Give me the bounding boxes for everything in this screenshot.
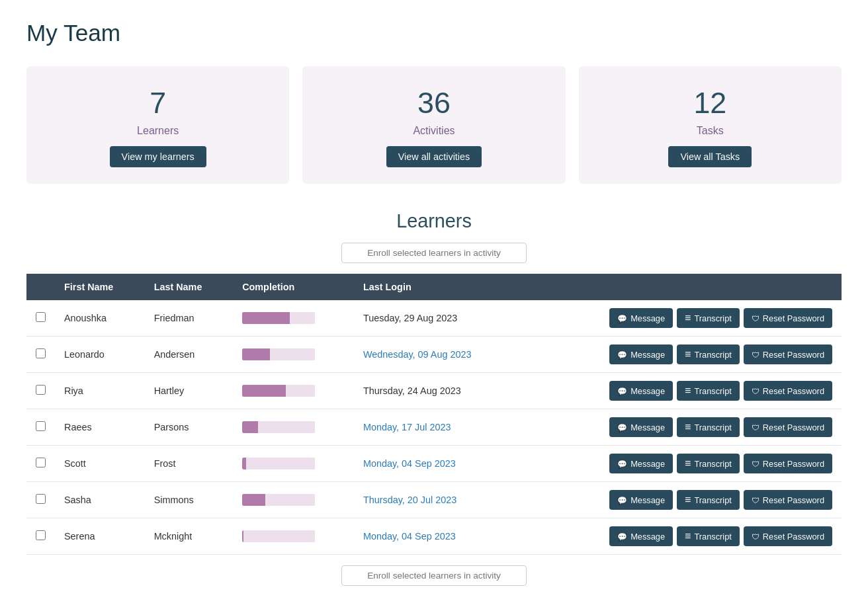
completion-bar-3 (242, 421, 315, 433)
learners-table: First Name Last Name Completion Last Log… (26, 274, 842, 555)
stat-btn-learners[interactable]: View my learners (110, 146, 206, 167)
reset-password-btn-3[interactable]: Reset Password (744, 417, 832, 437)
cell-lastlogin-6: Monday, 04 Sep 2023 (354, 518, 522, 555)
action-btns-4: Message Transcript Reset Password (531, 454, 832, 473)
checkbox-5[interactable] (36, 494, 46, 504)
stat-card-activities: 36 Activities View all activities (302, 66, 565, 184)
col-lastname: Last Name (145, 274, 234, 300)
cell-lastname-6: Mcknight (145, 518, 234, 555)
message-btn-4[interactable]: Message (609, 454, 673, 473)
completion-bar-0 (242, 312, 315, 324)
reset-icon-6 (752, 532, 760, 542)
transcript-btn-5[interactable]: Transcript (677, 490, 740, 510)
cell-firstname-4: Scott (55, 446, 145, 482)
table-row: Anoushka Friedman Tuesday, 29 Aug 2023 M… (26, 300, 842, 337)
cell-completion-4 (233, 446, 354, 482)
last-login-text-2: Thursday, 24 Aug 2023 (363, 385, 461, 396)
table-row: Serena Mcknight Monday, 04 Sep 2023 Mess… (26, 518, 842, 555)
stats-row: 7 Learners View my learners 36 Activitie… (26, 66, 842, 184)
stat-btn-activities[interactable]: View all activities (386, 146, 482, 167)
last-login-text-6: Monday, 04 Sep 2023 (363, 531, 456, 542)
table-row: Riya Hartley Thursday, 24 Aug 2023 Messa… (26, 373, 842, 409)
message-btn-3[interactable]: Message (609, 417, 673, 437)
cell-lastname-5: Simmons (145, 482, 234, 518)
message-btn-2[interactable]: Message (609, 381, 673, 401)
transcript-icon-3 (685, 421, 691, 433)
row-checkbox-6 (26, 518, 55, 555)
checkbox-4[interactable] (36, 458, 46, 467)
col-actions (522, 274, 842, 300)
enroll-input-bottom[interactable] (341, 565, 527, 586)
message-btn-1[interactable]: Message (609, 344, 673, 364)
learners-title: Learners (26, 210, 842, 232)
checkbox-3[interactable] (36, 421, 46, 431)
message-icon-0 (617, 313, 627, 323)
cell-completion-1 (233, 337, 354, 373)
message-btn-0[interactable]: Message (609, 308, 673, 328)
table-row: Raees Parsons Monday, 17 Jul 2023 Messag… (26, 409, 842, 446)
table-row: Leonardo Andersen Wednesday, 09 Aug 2023… (26, 337, 842, 373)
enroll-input[interactable] (341, 243, 527, 263)
transcript-btn-3[interactable]: Transcript (677, 417, 740, 437)
col-completion: Completion (233, 274, 354, 300)
stat-btn-tasks[interactable]: View all Tasks (668, 146, 752, 167)
reset-password-btn-0[interactable]: Reset Password (744, 308, 832, 328)
reset-icon-2 (752, 386, 760, 396)
cell-lastlogin-2: Thursday, 24 Aug 2023 (354, 373, 522, 409)
message-icon-3 (617, 423, 627, 432)
transcript-btn-4[interactable]: Transcript (677, 454, 740, 473)
stat-label-activities: Activities (413, 125, 455, 137)
table-row: Sasha Simmons Thursday, 20 Jul 2023 Mess… (26, 482, 842, 518)
row-checkbox-2 (26, 373, 55, 409)
cell-completion-5 (233, 482, 354, 518)
cell-completion-3 (233, 409, 354, 446)
checkbox-6[interactable] (36, 530, 46, 540)
action-btns-1: Message Transcript Reset Password (531, 344, 832, 364)
action-btns-3: Message Transcript Reset Password (531, 417, 832, 437)
transcript-icon-4 (685, 458, 691, 469)
reset-icon-4 (752, 459, 760, 469)
completion-fill-3 (242, 421, 258, 433)
last-login-text-4: Monday, 04 Sep 2023 (363, 458, 456, 469)
checkbox-2[interactable] (36, 385, 46, 395)
reset-password-btn-4[interactable]: Reset Password (744, 454, 832, 473)
stat-number-tasks: 12 (693, 86, 726, 120)
checkbox-1[interactable] (36, 348, 46, 358)
reset-password-btn-5[interactable]: Reset Password (744, 490, 832, 510)
learners-tbody: Anoushka Friedman Tuesday, 29 Aug 2023 M… (26, 300, 842, 555)
stat-number-activities: 36 (417, 86, 451, 120)
completion-bar-2 (242, 385, 315, 397)
enroll-bar (26, 243, 842, 263)
message-icon-2 (617, 386, 627, 396)
cell-actions-4: Message Transcript Reset Password (522, 446, 842, 482)
transcript-icon-2 (685, 385, 691, 397)
checkbox-0[interactable] (36, 312, 46, 322)
cell-lastname-4: Frost (145, 446, 234, 482)
message-btn-6[interactable]: Message (609, 526, 673, 546)
reset-password-btn-6[interactable]: Reset Password (744, 526, 832, 546)
transcript-btn-2[interactable]: Transcript (677, 381, 740, 401)
reset-password-btn-1[interactable]: Reset Password (744, 344, 832, 364)
completion-bar-4 (242, 458, 315, 469)
cell-actions-5: Message Transcript Reset Password (522, 482, 842, 518)
action-btns-2: Message Transcript Reset Password (531, 381, 832, 401)
transcript-btn-1[interactable]: Transcript (677, 344, 740, 364)
row-checkbox-3 (26, 409, 55, 446)
cell-actions-6: Message Transcript Reset Password (522, 518, 842, 555)
message-btn-5[interactable]: Message (609, 490, 673, 510)
action-btns-6: Message Transcript Reset Password (531, 526, 832, 546)
cell-lastname-1: Andersen (145, 337, 234, 373)
stat-label-tasks: Tasks (697, 125, 724, 137)
completion-fill-6 (242, 530, 243, 542)
stat-label-learners: Learners (137, 125, 179, 137)
completion-fill-0 (242, 312, 290, 324)
reset-password-btn-2[interactable]: Reset Password (744, 381, 832, 401)
cell-lastname-3: Parsons (145, 409, 234, 446)
col-lastlogin: Last Login (354, 274, 522, 300)
cell-lastlogin-1: Wednesday, 09 Aug 2023 (354, 337, 522, 373)
col-firstname: First Name (55, 274, 145, 300)
transcript-btn-0[interactable]: Transcript (677, 308, 740, 328)
table-row: Scott Frost Monday, 04 Sep 2023 Message … (26, 446, 842, 482)
cell-completion-6 (233, 518, 354, 555)
transcript-btn-6[interactable]: Transcript (677, 526, 740, 546)
